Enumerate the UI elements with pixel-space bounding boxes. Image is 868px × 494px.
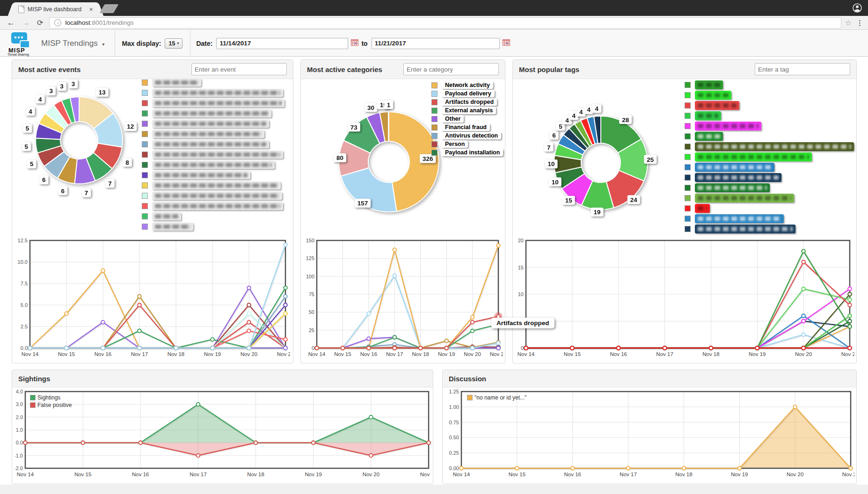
tab-close-icon[interactable]: × [89,6,93,13]
back-button-icon[interactable]: ← [7,19,15,27]
panel-discussion: Discussion 1.251.000.750.500.250.00Nov 1… [442,370,857,484]
legend-label-blurred [695,142,854,151]
chart-marker [445,339,448,343]
bookmark-star-icon[interactable]: ☆ [845,18,852,27]
panel-sightings: Sightings 4.03.02.01.00.0-1.0-2.0Nov 14N… [12,370,433,484]
chart-marker [65,346,68,350]
misp-logo[interactable]: MISP Threat Sharing [6,32,35,55]
categories-panel-header: Most active categories [301,60,505,79]
legend-swatch [685,195,691,201]
donut-value-label: 28 [622,116,629,124]
chart-marker [65,312,68,316]
legend-item [142,79,284,87]
chart-marker [802,314,805,318]
chart-marker [460,466,463,470]
chart-marker [247,303,251,307]
y-axis-tick-label: 150 [306,238,314,243]
chart-marker [802,249,805,253]
legend-item [685,91,854,100]
legend-item [142,140,284,148]
browser-profile-icon[interactable] [852,3,862,13]
nav-title-dropdown[interactable]: MISP Trendings ▾ [41,39,104,48]
legend-label-blurred [695,153,812,161]
y-axis-tick-label: 10 [518,291,524,297]
chart-marker [284,346,287,350]
legend-item [685,80,854,89]
chart-marker [211,338,214,341]
y-axis-tick-label: 10.0 [18,259,28,265]
donut-value-label: 157 [357,200,368,207]
legend-item: Other [431,115,503,123]
chart-marker [315,346,319,350]
events-line-chart[interactable]: 12.510.07.55.02.50.0Nov 14Nov 15Nov 16No… [16,237,290,359]
chart-marker [617,346,620,350]
legend-item [142,151,284,159]
tag-search-input[interactable] [755,63,850,75]
legend-swatch [142,224,148,230]
chart-marker [197,403,200,407]
tags-donut-chart[interactable]: 2825241915101076544444 [526,88,676,238]
legend-item [685,101,854,110]
legend-swatch [431,82,438,88]
y-axis-tick-label: 1.00 [449,404,459,410]
categories-line-chart[interactable]: 1501251007550250Nov 14Nov 15Nov 16Nov 17… [304,237,503,359]
legend-item: Sightings [30,394,72,401]
x-axis-tick-label: Nov 21 [841,351,854,357]
category-search-input[interactable] [403,63,499,75]
x-axis-tick-label: Nov 17 [131,351,148,357]
sightings-area-chart[interactable]: 4.03.02.01.00.0-1.0-2.0Nov 14Nov 15Nov 1… [15,389,431,480]
donut-value-label: 12 [127,123,134,130]
legend-item: Person [431,140,503,148]
chart-marker [369,415,373,419]
browser-tab[interactable]: MISP live dashboard × [14,2,97,16]
chart-marker [393,274,396,277]
x-axis-tick-label: Nov 15 [564,351,581,357]
legend-swatch [142,80,148,86]
discussion-area-chart[interactable]: 1.251.000.750.500.250.00Nov 14Nov 15Nov … [445,389,854,480]
reload-button-icon[interactable]: ⟳ [37,19,43,27]
chart-marker [471,346,474,350]
chart-marker [848,292,852,296]
legend-label: Payload installation [442,149,503,156]
y-axis-tick-label: 0 [521,345,524,351]
chart-marker [284,303,287,307]
events-donut-chart[interactable]: 13128776655544333 [9,70,149,211]
calendar-icon[interactable] [503,39,510,48]
y-axis-tick-label: 0.75 [449,420,459,425]
calendar-icon[interactable] [351,39,358,48]
new-tab-button[interactable] [100,4,119,13]
chart-marker [802,320,805,323]
url-bar[interactable]: i localhost :8001/trendings [49,17,841,29]
legend-label: External analysis [442,107,496,114]
y-axis-tick-label: 7.5 [21,281,28,286]
legend-label-blurred [152,202,283,210]
legend-label-blurred [695,111,721,120]
browser-menu-icon[interactable]: ⋮ [856,19,863,27]
categories-panel-title: Most active categories [307,65,382,73]
date-to-input[interactable] [372,38,500,49]
legend-swatch [142,110,148,116]
page-info-icon[interactable]: i [54,19,61,26]
app-header: MISP Threat Sharing MISP Trendings ▾ Max… [0,30,868,57]
y-axis-tick-label: 0.0 [21,345,28,351]
forward-button-icon[interactable]: → [22,19,30,27]
date-from-input[interactable] [216,38,348,49]
chart-marker [28,346,32,350]
donut-value-label: 15 [565,197,573,204]
legend-label: Artifacts dropped [442,98,497,106]
legend-item: Payload delivery [431,90,503,97]
legend-swatch [431,91,438,97]
legend-label: False positive [37,402,72,408]
x-axis-tick-label: Nov 15 [58,351,75,357]
chart-marker [393,248,396,252]
x-axis-tick-label: Nov 16 [610,351,627,357]
donut-slice[interactable] [388,112,389,141]
tags-line-chart[interactable]: 20151050Nov 14Nov 15Nov 16Nov 17Nov 18No… [515,237,854,359]
max-display-select[interactable]: 15 ▾ [165,38,182,49]
donut-value-label: 4 [38,96,42,103]
legend-item [685,173,854,182]
legend-label-blurred [695,173,781,182]
event-search-input[interactable] [191,63,287,75]
legend-swatch [467,395,473,400]
misp-logo-subtext: Threat Sharing [7,53,29,56]
